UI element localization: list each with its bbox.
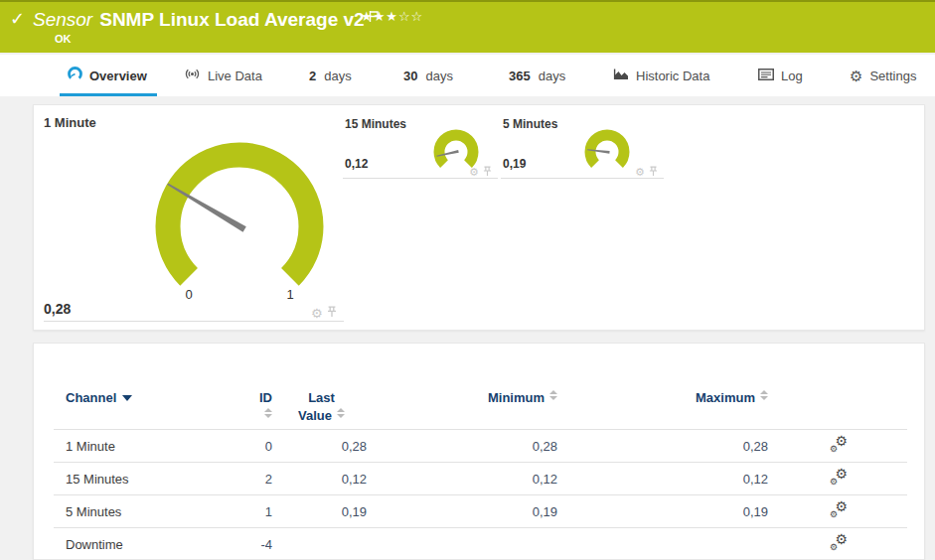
minimum-cell <box>369 528 559 560</box>
gauge-5-minutes-value: 0,19 <box>503 157 526 171</box>
column-label: ID <box>259 390 272 405</box>
minimum-cell: 0,12 <box>369 463 559 495</box>
tab-2-days-label: days <box>324 69 351 83</box>
gauge-15-minutes-title: 15 Minutes <box>345 117 406 131</box>
maximum-cell: 0,28 <box>559 430 770 463</box>
gauge-15-minutes-value: 0,12 <box>345 157 368 171</box>
stars-empty: ☆☆ <box>398 9 423 24</box>
historic-data-icon <box>613 68 629 83</box>
channel-settings-button[interactable]: ⚙⚙ <box>830 469 848 486</box>
tab-overview[interactable]: Overview <box>68 55 147 96</box>
sort-icon <box>337 408 345 418</box>
table-row: Downtime -4 ⚙⚙ <box>54 528 907 560</box>
status-check-icon: ✓ <box>10 8 25 30</box>
channel-name-cell: Downtime <box>54 528 246 560</box>
channel-id-cell: 1 <box>246 495 274 528</box>
tab-365-days-label: days <box>539 69 565 83</box>
channel-settings-button[interactable]: ⚙⚙ <box>830 436 848 453</box>
live-data-icon <box>184 68 201 83</box>
gauge-divider <box>44 321 344 322</box>
column-label: Channel <box>66 390 116 405</box>
gears-icon: ⚙ <box>830 478 838 487</box>
maximum-cell <box>559 528 770 560</box>
table-row: 1 Minute 0 0,28 0,28 0,28 ⚙⚙ <box>54 430 907 463</box>
last-value-cell: 0,28 <box>274 430 369 463</box>
channel-id-cell: 0 <box>246 430 274 463</box>
channel-id-cell: -4 <box>246 528 274 560</box>
sensor-header: ✓ Sensor SNMP Linux Load Average v2 ★★★☆… <box>0 0 935 53</box>
overview-gauges-panel: 1 Minute 0 1 0,28 ⚙ 15 Minutes 0,12 ⚙ 5 … <box>33 104 925 331</box>
sort-icon <box>549 390 557 400</box>
tab-settings[interactable]: ⚙ Settings <box>850 55 916 96</box>
maximum-cell: 0,19 <box>559 495 770 528</box>
tab-2-days-number: 2 <box>309 69 316 83</box>
column-header-id[interactable]: ID <box>246 385 274 430</box>
tab-historic-data[interactable]: Historic Data <box>613 55 709 96</box>
maximum-cell: 0,12 <box>559 463 770 495</box>
column-header-minimum[interactable]: Minimum <box>369 385 559 430</box>
tab-30-days-label: days <box>425 69 452 83</box>
column-label: Minimum <box>488 390 545 405</box>
column-header-actions <box>770 385 907 430</box>
tab-historic-data-label: Historic Data <box>636 69 709 83</box>
tab-30-days[interactable]: 30 days <box>403 55 453 96</box>
gauge-1-minute-max-label: 1 <box>286 287 293 302</box>
gears-icon: ⚙ <box>830 445 838 454</box>
tab-live-data-label: Live Data <box>208 69 262 83</box>
gauge-1-minute-dial <box>150 135 329 299</box>
channel-settings-button[interactable]: ⚙⚙ <box>830 501 848 518</box>
channel-name-cell: 1 Minute <box>54 430 246 463</box>
tab-365-days-number: 365 <box>509 69 531 83</box>
gauge-1-minute-value: 0,28 <box>44 301 71 317</box>
sensor-title: SNMP Linux Load Average v2 <box>99 8 364 32</box>
sort-desc-icon <box>122 395 132 401</box>
tab-bar: Overview Live Data 2 days 30 days 365 da… <box>0 55 935 96</box>
log-icon <box>758 69 774 83</box>
gauge-1-minute-actions: ⚙ <box>311 304 337 322</box>
gauge-5-minutes-dial <box>582 128 632 174</box>
minimum-cell: 0,28 <box>369 430 559 463</box>
settings-gear-icon: ⚙ <box>850 69 862 83</box>
column-label: Maximum <box>696 390 755 405</box>
gauge-1-minute-title: 1 Minute <box>44 115 96 130</box>
last-value-cell: 0,12 <box>274 463 369 495</box>
last-value-cell: 0,19 <box>274 495 369 528</box>
column-header-last-value[interactable]: Last Value <box>274 385 369 430</box>
sort-icon <box>760 390 768 400</box>
tab-30-days-number: 30 <box>403 69 417 83</box>
tab-365-days[interactable]: 365 days <box>509 55 565 96</box>
tab-overview-label: Overview <box>89 69 147 83</box>
gauge-settings-icon[interactable]: ⚙ <box>311 307 323 320</box>
channels-table: Channel ID Last Value Minimum Maximum 1 … <box>54 385 907 560</box>
tab-2-days[interactable]: 2 days <box>309 55 352 96</box>
gauge-settings-icon[interactable]: ⚙ <box>469 167 479 178</box>
stars-filled: ★★★ <box>361 9 398 24</box>
column-header-maximum[interactable]: Maximum <box>559 385 770 430</box>
channel-name-cell: 5 Minutes <box>54 495 246 528</box>
column-label: Last Value <box>298 390 335 423</box>
channel-id-cell: 2 <box>246 463 274 495</box>
channel-name-cell: 15 Minutes <box>54 463 246 495</box>
gears-icon: ⚙ <box>830 543 838 552</box>
gauge-settings-icon[interactable]: ⚙ <box>635 167 645 178</box>
channel-settings-button[interactable]: ⚙⚙ <box>830 534 848 551</box>
table-row: 5 Minutes 1 0,19 0,19 0,19 ⚙⚙ <box>54 495 907 528</box>
gauge-pin-icon[interactable] <box>327 304 337 322</box>
table-header-row: Channel ID Last Value Minimum Maximum <box>54 385 907 430</box>
gauge-divider <box>501 178 664 179</box>
gauge-1-minute-min-label: 0 <box>185 287 192 302</box>
sort-icon <box>264 408 272 418</box>
tab-log[interactable]: Log <box>758 55 803 96</box>
gauge-divider <box>343 178 498 179</box>
tab-log-label: Log <box>781 69 803 83</box>
tab-live-data[interactable]: Live Data <box>184 55 262 96</box>
column-header-channel[interactable]: Channel <box>54 385 246 430</box>
last-value-cell <box>274 528 369 560</box>
channels-panel: Channel ID Last Value Minimum Maximum 1 … <box>33 343 925 560</box>
priority-star-rating[interactable]: ★★★☆☆ <box>361 9 423 24</box>
sensor-kind-label: Sensor <box>33 8 92 32</box>
gears-icon: ⚙ <box>830 510 838 519</box>
tab-settings-label: Settings <box>869 69 916 83</box>
table-row: 15 Minutes 2 0,12 0,12 0,12 ⚙⚙ <box>54 463 907 495</box>
sensor-status-badge: OK <box>55 33 72 45</box>
